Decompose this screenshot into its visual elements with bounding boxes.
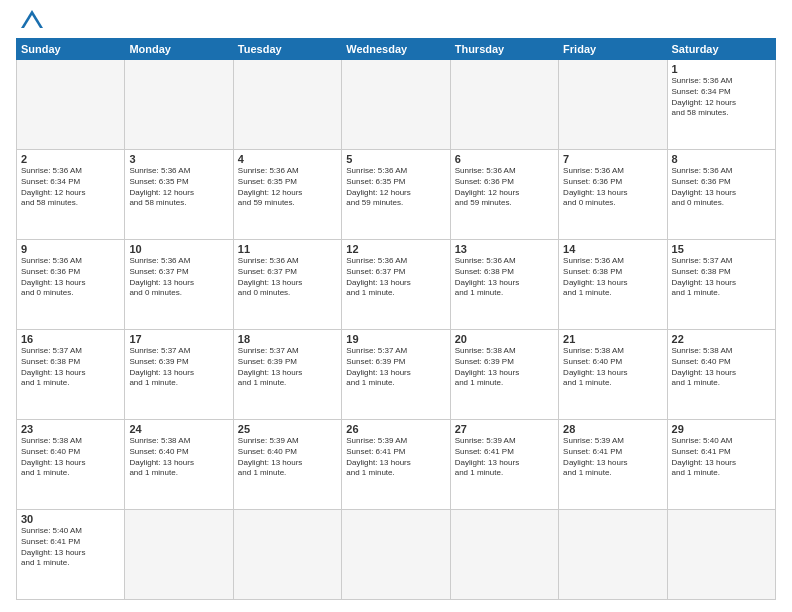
day-info: Sunrise: 5:37 AM Sunset: 6:39 PM Dayligh… [346,346,445,389]
calendar-cell: 4Sunrise: 5:36 AM Sunset: 6:35 PM Daylig… [233,150,341,240]
day-info: Sunrise: 5:38 AM Sunset: 6:39 PM Dayligh… [455,346,554,389]
day-info: Sunrise: 5:37 AM Sunset: 6:39 PM Dayligh… [238,346,337,389]
calendar-cell: 1Sunrise: 5:36 AM Sunset: 6:34 PM Daylig… [667,60,775,150]
calendar-cell: 11Sunrise: 5:36 AM Sunset: 6:37 PM Dayli… [233,240,341,330]
calendar-cell: 16Sunrise: 5:37 AM Sunset: 6:38 PM Dayli… [17,330,125,420]
day-info: Sunrise: 5:37 AM Sunset: 6:38 PM Dayligh… [21,346,120,389]
weekday-header-friday: Friday [559,39,667,60]
calendar-cell [342,510,450,600]
page: SundayMondayTuesdayWednesdayThursdayFrid… [0,0,792,612]
calendar-cell [17,60,125,150]
day-info: Sunrise: 5:38 AM Sunset: 6:40 PM Dayligh… [563,346,662,389]
day-number: 19 [346,333,445,345]
calendar-cell: 9Sunrise: 5:36 AM Sunset: 6:36 PM Daylig… [17,240,125,330]
week-row-5: 23Sunrise: 5:38 AM Sunset: 6:40 PM Dayli… [17,420,776,510]
day-number: 6 [455,153,554,165]
day-info: Sunrise: 5:39 AM Sunset: 6:41 PM Dayligh… [346,436,445,479]
day-info: Sunrise: 5:40 AM Sunset: 6:41 PM Dayligh… [21,526,120,569]
day-info: Sunrise: 5:37 AM Sunset: 6:39 PM Dayligh… [129,346,228,389]
calendar-cell: 21Sunrise: 5:38 AM Sunset: 6:40 PM Dayli… [559,330,667,420]
day-info: Sunrise: 5:36 AM Sunset: 6:35 PM Dayligh… [346,166,445,209]
week-row-4: 16Sunrise: 5:37 AM Sunset: 6:38 PM Dayli… [17,330,776,420]
calendar-cell: 6Sunrise: 5:36 AM Sunset: 6:36 PM Daylig… [450,150,558,240]
calendar-cell: 12Sunrise: 5:36 AM Sunset: 6:37 PM Dayli… [342,240,450,330]
day-number: 16 [21,333,120,345]
day-number: 22 [672,333,771,345]
day-info: Sunrise: 5:36 AM Sunset: 6:37 PM Dayligh… [346,256,445,299]
week-row-2: 2Sunrise: 5:36 AM Sunset: 6:34 PM Daylig… [17,150,776,240]
day-number: 29 [672,423,771,435]
day-number: 1 [672,63,771,75]
week-row-6: 30Sunrise: 5:40 AM Sunset: 6:41 PM Dayli… [17,510,776,600]
weekday-header-saturday: Saturday [667,39,775,60]
day-info: Sunrise: 5:36 AM Sunset: 6:36 PM Dayligh… [455,166,554,209]
day-number: 11 [238,243,337,255]
day-info: Sunrise: 5:37 AM Sunset: 6:38 PM Dayligh… [672,256,771,299]
calendar-cell: 30Sunrise: 5:40 AM Sunset: 6:41 PM Dayli… [17,510,125,600]
weekday-header-row: SundayMondayTuesdayWednesdayThursdayFrid… [17,39,776,60]
day-number: 15 [672,243,771,255]
calendar-cell [125,510,233,600]
calendar-cell: 22Sunrise: 5:38 AM Sunset: 6:40 PM Dayli… [667,330,775,420]
weekday-header-wednesday: Wednesday [342,39,450,60]
day-number: 25 [238,423,337,435]
week-row-3: 9Sunrise: 5:36 AM Sunset: 6:36 PM Daylig… [17,240,776,330]
day-number: 8 [672,153,771,165]
day-info: Sunrise: 5:36 AM Sunset: 6:34 PM Dayligh… [672,76,771,119]
day-info: Sunrise: 5:36 AM Sunset: 6:36 PM Dayligh… [21,256,120,299]
calendar-cell [667,510,775,600]
weekday-header-thursday: Thursday [450,39,558,60]
day-number: 26 [346,423,445,435]
day-number: 23 [21,423,120,435]
day-number: 20 [455,333,554,345]
day-number: 5 [346,153,445,165]
day-number: 18 [238,333,337,345]
calendar-cell: 29Sunrise: 5:40 AM Sunset: 6:41 PM Dayli… [667,420,775,510]
day-number: 28 [563,423,662,435]
calendar-cell: 7Sunrise: 5:36 AM Sunset: 6:36 PM Daylig… [559,150,667,240]
calendar-cell [125,60,233,150]
day-info: Sunrise: 5:36 AM Sunset: 6:35 PM Dayligh… [129,166,228,209]
calendar-cell [342,60,450,150]
day-number: 14 [563,243,662,255]
weekday-header-tuesday: Tuesday [233,39,341,60]
day-info: Sunrise: 5:36 AM Sunset: 6:36 PM Dayligh… [563,166,662,209]
calendar-table: SundayMondayTuesdayWednesdayThursdayFrid… [16,38,776,600]
calendar-cell: 27Sunrise: 5:39 AM Sunset: 6:41 PM Dayli… [450,420,558,510]
day-number: 2 [21,153,120,165]
day-info: Sunrise: 5:36 AM Sunset: 6:38 PM Dayligh… [563,256,662,299]
calendar-cell: 25Sunrise: 5:39 AM Sunset: 6:40 PM Dayli… [233,420,341,510]
calendar-cell: 3Sunrise: 5:36 AM Sunset: 6:35 PM Daylig… [125,150,233,240]
day-info: Sunrise: 5:36 AM Sunset: 6:37 PM Dayligh… [129,256,228,299]
calendar-cell: 10Sunrise: 5:36 AM Sunset: 6:37 PM Dayli… [125,240,233,330]
day-info: Sunrise: 5:36 AM Sunset: 6:35 PM Dayligh… [238,166,337,209]
day-info: Sunrise: 5:36 AM Sunset: 6:36 PM Dayligh… [672,166,771,209]
calendar-cell: 18Sunrise: 5:37 AM Sunset: 6:39 PM Dayli… [233,330,341,420]
calendar-cell: 19Sunrise: 5:37 AM Sunset: 6:39 PM Dayli… [342,330,450,420]
calendar-cell [559,60,667,150]
weekday-header-monday: Monday [125,39,233,60]
day-info: Sunrise: 5:36 AM Sunset: 6:38 PM Dayligh… [455,256,554,299]
day-info: Sunrise: 5:40 AM Sunset: 6:41 PM Dayligh… [672,436,771,479]
calendar-cell: 28Sunrise: 5:39 AM Sunset: 6:41 PM Dayli… [559,420,667,510]
day-number: 12 [346,243,445,255]
day-number: 4 [238,153,337,165]
day-info: Sunrise: 5:38 AM Sunset: 6:40 PM Dayligh… [21,436,120,479]
calendar-cell: 5Sunrise: 5:36 AM Sunset: 6:35 PM Daylig… [342,150,450,240]
day-number: 21 [563,333,662,345]
day-number: 7 [563,153,662,165]
calendar-cell: 8Sunrise: 5:36 AM Sunset: 6:36 PM Daylig… [667,150,775,240]
day-info: Sunrise: 5:36 AM Sunset: 6:34 PM Dayligh… [21,166,120,209]
calendar-cell [233,510,341,600]
day-info: Sunrise: 5:39 AM Sunset: 6:41 PM Dayligh… [563,436,662,479]
day-number: 13 [455,243,554,255]
logo [16,12,43,32]
calendar-cell: 15Sunrise: 5:37 AM Sunset: 6:38 PM Dayli… [667,240,775,330]
calendar-cell: 20Sunrise: 5:38 AM Sunset: 6:39 PM Dayli… [450,330,558,420]
day-info: Sunrise: 5:39 AM Sunset: 6:40 PM Dayligh… [238,436,337,479]
day-number: 9 [21,243,120,255]
calendar-cell: 26Sunrise: 5:39 AM Sunset: 6:41 PM Dayli… [342,420,450,510]
day-info: Sunrise: 5:39 AM Sunset: 6:41 PM Dayligh… [455,436,554,479]
calendar-cell [233,60,341,150]
day-number: 30 [21,513,120,525]
